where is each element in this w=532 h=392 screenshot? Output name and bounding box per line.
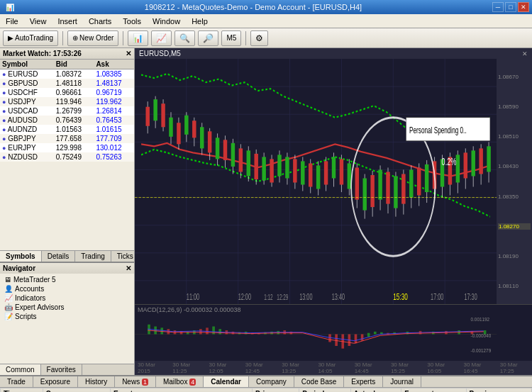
tab-history[interactable]: History: [78, 376, 115, 387]
indicators-icon: 📈: [4, 294, 13, 302]
market-watch-row[interactable]: ● AUDNZD 1.01563 1.01615: [0, 125, 134, 134]
mw-tab-trading[interactable]: Trading: [75, 251, 111, 262]
nav-scripts[interactable]: 📝 Scripts: [1, 312, 133, 321]
tab-journal[interactable]: Journal: [383, 376, 421, 387]
date-label-4: 30 Mar 12:45: [245, 362, 275, 374]
autotrading-button[interactable]: ▶ AutoTrading: [3, 30, 58, 46]
market-watch-row[interactable]: ● GBPJPY 177.658 177.709: [0, 134, 134, 143]
date-label-9: 30 Mar 16:05: [427, 362, 456, 374]
menu-insert[interactable]: Insert: [55, 16, 80, 26]
mw-tab-details[interactable]: Details: [42, 251, 76, 262]
svg-rect-28: [192, 121, 196, 138]
nav-metatrader5[interactable]: 🖥 MetaTrader 5: [1, 275, 133, 284]
market-watch-row[interactable]: ● USDCHF 0.96661 0.96719: [0, 88, 134, 97]
tab-code-base[interactable]: Code Base: [294, 376, 344, 387]
ask-cell: 1.48137: [94, 79, 134, 88]
tab-news[interactable]: News 1: [115, 376, 156, 387]
ask-cell: 0.96719: [94, 88, 134, 97]
tab-calendar[interactable]: Calendar: [204, 376, 249, 387]
svg-text:13:40: 13:40: [332, 292, 345, 301]
svg-rect-76: [378, 169, 382, 199]
menu-charts[interactable]: Charts: [86, 16, 114, 26]
chart-button-1[interactable]: 📊: [128, 30, 148, 46]
symbol-cell: ● USDCAD: [0, 106, 54, 116]
period-button[interactable]: M5: [221, 30, 241, 46]
maximize-button[interactable]: □: [505, 2, 516, 12]
price-label-3: 1.08510: [498, 133, 531, 140]
tab-exposure[interactable]: Exposure: [33, 376, 78, 387]
svg-rect-131: [212, 327, 215, 335]
svg-text:12:00: 12:00: [238, 292, 252, 301]
svg-rect-26: [184, 116, 188, 135]
svg-text:17:00: 17:00: [431, 292, 444, 301]
menu-help[interactable]: Help: [189, 16, 211, 26]
ask-cell: 1.01615: [94, 125, 134, 134]
date-label-11: 30 Mar 17:25: [500, 362, 529, 374]
svg-rect-36: [223, 140, 227, 160]
bid-cell: 129.998: [54, 143, 94, 152]
navigator-header: Navigator ✕: [0, 263, 134, 274]
chart-panel: EURUSD,M5 ✕: [135, 48, 532, 375]
menu-file[interactable]: File: [3, 16, 21, 26]
mw-tab-ticks[interactable]: Ticks: [111, 251, 134, 262]
app-icon: 📊: [6, 4, 14, 11]
svg-rect-130: [206, 327, 209, 334]
market-watch-row[interactable]: ● GBPUSD 1.48118 1.48137: [0, 79, 134, 88]
nav-accounts[interactable]: 👤 Accounts: [1, 284, 133, 293]
chart-button-2[interactable]: 📈: [151, 30, 172, 46]
close-button[interactable]: ✕: [518, 2, 529, 12]
currency-dot: ●: [2, 89, 6, 96]
close-icon[interactable]: ✕: [126, 50, 131, 57]
market-watch-row[interactable]: ● EURUSD 1.08372 1.08385: [0, 69, 134, 79]
nav-expert-advisors[interactable]: 🤖 Expert Advisors: [1, 303, 133, 312]
tab-trade[interactable]: Trade: [0, 376, 33, 387]
toolbar-separator-2: [123, 31, 123, 45]
settings-button[interactable]: ⚙: [250, 30, 268, 46]
price-label-1: 1.08670: [498, 74, 531, 80]
price-axis: 1.08670 1.08590 1.08510 1.08430 1.08350 …: [497, 59, 532, 304]
symbol-cell: ● USDCHF: [0, 88, 54, 97]
col-event: Event: [110, 388, 252, 393]
market-watch-row[interactable]: ● USDCAD 1.26799 1.26814: [0, 106, 134, 116]
nav-tab-favorites[interactable]: Favorites: [41, 364, 82, 375]
market-watch-row[interactable]: ● EURJPY 129.998 130.012: [0, 143, 134, 152]
minimize-button[interactable]: ─: [492, 2, 504, 12]
market-watch-row[interactable]: ● USDJPY 119.946 119.962: [0, 97, 134, 106]
chart-close-icon[interactable]: ✕: [522, 50, 528, 57]
tab-company[interactable]: Company: [249, 376, 294, 387]
svg-rect-50: [277, 155, 281, 176]
accounts-icon: 👤: [4, 285, 13, 293]
tab-experts[interactable]: Experts: [344, 376, 383, 387]
svg-rect-66: [340, 159, 343, 184]
svg-text:0.001192: 0.001192: [471, 317, 490, 322]
menu-window[interactable]: Window: [150, 16, 183, 26]
market-watch-row[interactable]: ● AUDUSD 0.76439 0.76453: [0, 116, 134, 125]
market-watch-row[interactable]: ● NZDUSD 0.75249 0.75263: [0, 152, 134, 162]
svg-rect-56: [301, 161, 304, 184]
ask-cell: 177.709: [94, 134, 134, 143]
bottom-panel-tabs: Trade Exposure History News 1 Mailbox 4 …: [0, 376, 532, 388]
expert-advisors-icon: 🤖: [4, 303, 13, 311]
svg-rect-150: [367, 333, 370, 337]
col-previous: Previous: [466, 388, 531, 393]
currency-dot: ●: [2, 154, 6, 161]
svg-rect-86: [417, 167, 421, 195]
date-label-2: 30 Mar 11:25: [172, 362, 201, 374]
ask-cell: 0.76453: [94, 116, 134, 125]
symbol-cell: ● NZDUSD: [0, 152, 54, 162]
mw-tab-symbols[interactable]: Symbols: [0, 251, 42, 262]
chart-area[interactable]: 11:00 12:00 1:12 12:29 13:00 13:40 15:30…: [135, 59, 532, 304]
navigator-close-icon[interactable]: ✕: [126, 264, 131, 272]
menu-tools[interactable]: Tools: [120, 16, 144, 26]
nav-indicators[interactable]: 📈 Indicators: [1, 293, 133, 303]
nav-tab-common[interactable]: Common: [0, 364, 41, 375]
market-watch-header: Market Watch: 17:53:26 ✕: [0, 48, 134, 60]
zoom-out-button[interactable]: 🔎: [198, 30, 218, 46]
symbol-cell: ● AUDUSD: [0, 116, 54, 125]
tab-mailbox[interactable]: Mailbox 4: [156, 376, 204, 387]
date-label-10: 30 Mar 16:45: [463, 362, 492, 374]
new-order-button[interactable]: ⊕ New Order: [67, 30, 118, 46]
zoom-in-button[interactable]: 🔍: [174, 30, 195, 46]
menu-view[interactable]: View: [27, 16, 50, 26]
chart-header: EURUSD,M5 ✕: [135, 48, 532, 59]
